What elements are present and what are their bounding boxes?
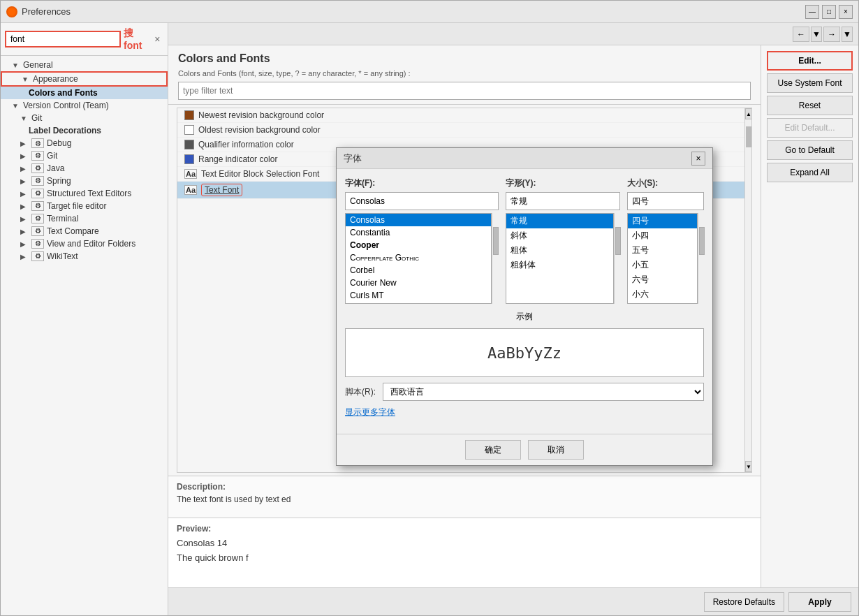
expand-arrow-text-compare: ▶ bbox=[20, 228, 29, 235]
top-toolbar: ← ▼ → ▼ bbox=[168, 23, 858, 45]
view-editor-folders-icon: ⚙ bbox=[31, 239, 44, 249]
font-face-item-consolas[interactable]: Consolas bbox=[346, 214, 491, 226]
edit-button[interactable]: Edit... bbox=[767, 51, 853, 71]
font-columns-row: 字体(F): Consolas Constantia Cooper Copper… bbox=[345, 177, 704, 304]
font-size-item-5[interactable]: 五号 bbox=[628, 243, 697, 258]
git-icon: ⚙ bbox=[31, 151, 44, 161]
filter-input[interactable] bbox=[178, 82, 751, 100]
apply-button[interactable]: Apply bbox=[788, 592, 851, 612]
font-style-item-bold[interactable]: 粗体 bbox=[506, 243, 613, 258]
sidebar-item-label-spring: Spring bbox=[47, 176, 71, 186]
font-face-item-courier-new[interactable]: Courier New bbox=[346, 277, 491, 289]
bottom-bar: Restore Defaults Apply bbox=[168, 587, 858, 615]
sidebar-item-view-editor-folders[interactable]: ▶ ⚙ View and Editor Folders bbox=[1, 237, 168, 250]
aa-icon-text-editor-block: Aa bbox=[184, 169, 197, 179]
sidebar-item-text-compare[interactable]: ▶ ⚙ Text Compare bbox=[1, 225, 168, 237]
font-face-item-corbel[interactable]: Corbel bbox=[346, 264, 491, 277]
sidebar-item-label-colors-and-fonts: Colors and Fonts bbox=[29, 88, 98, 98]
text-compare-icon: ⚙ bbox=[31, 226, 44, 236]
sidebar-item-label-git: Git bbox=[31, 113, 42, 123]
font-face-item-constantia[interactable]: Constantia bbox=[346, 226, 491, 239]
sidebar-item-version-control[interactable]: ▼ Version Control (Team) bbox=[1, 99, 168, 112]
font-style-item-italic[interactable]: 斜体 bbox=[506, 228, 613, 243]
font-size-item-6[interactable]: 六号 bbox=[628, 272, 697, 287]
sidebar-item-git[interactable]: ▼ Git bbox=[1, 112, 168, 124]
close-window-button[interactable]: × bbox=[839, 5, 853, 19]
scroll-up[interactable]: ▲ bbox=[745, 108, 752, 119]
description-text: The text font is used by text ed bbox=[177, 494, 752, 504]
expand-arrow-debug: ▶ bbox=[20, 140, 29, 147]
clear-search-button[interactable]: × bbox=[151, 32, 163, 46]
list-item-label-qualifier-info: Qualifier information color bbox=[198, 140, 294, 149]
font-size-item-small5[interactable]: 小五 bbox=[628, 258, 697, 272]
sidebar-item-wikitext[interactable]: ▶ ⚙ WikiText bbox=[1, 250, 168, 263]
font-face-item-cooper[interactable]: Cooper bbox=[346, 239, 491, 251]
sidebar-item-java[interactable]: ▶ ⚙ Java bbox=[1, 162, 168, 175]
maximize-button[interactable]: □ bbox=[822, 5, 836, 19]
edit-default-button[interactable]: Edit Default... bbox=[767, 118, 853, 138]
sidebar-item-colors-and-fonts[interactable]: Colors and Fonts bbox=[1, 87, 168, 99]
reset-button[interactable]: Reset bbox=[767, 96, 853, 115]
font-face-scrollbar-thumb[interactable] bbox=[493, 227, 499, 255]
minimize-button[interactable]: — bbox=[805, 5, 819, 19]
font-size-scrollbar-thumb[interactable] bbox=[699, 227, 705, 255]
dialog-title: 字体 bbox=[344, 152, 362, 165]
more-fonts-link[interactable]: 显示更多字体 bbox=[345, 406, 704, 418]
search-input[interactable] bbox=[5, 31, 121, 47]
scroll-down[interactable]: ▼ bbox=[745, 461, 752, 472]
list-item-oldest-revision[interactable]: Oldest revision background color bbox=[177, 123, 744, 138]
font-style-item-bold-italic[interactable]: 粗斜体 bbox=[506, 258, 613, 272]
expand-arrow-java: ▶ bbox=[20, 165, 29, 173]
font-style-list[interactable]: 常规 斜体 粗体 粗斜体 bbox=[506, 213, 614, 304]
list-item-newest-revision[interactable]: Newest revision background color bbox=[177, 108, 744, 123]
preview-section-label: 示例 bbox=[345, 311, 704, 323]
scroll-thumb[interactable] bbox=[746, 126, 751, 147]
sidebar-item-general[interactable]: ▼ General bbox=[1, 59, 168, 71]
dialog-close-button[interactable]: × bbox=[691, 152, 705, 166]
expand-arrow-structured-text: ▶ bbox=[20, 190, 29, 198]
font-size-list[interactable]: 四号 小四 五号 小五 六号 小六 七号 bbox=[627, 213, 698, 304]
sidebar-item-label-decorations[interactable]: Label Decorations bbox=[1, 124, 168, 137]
dialog-ok-button[interactable]: 确定 bbox=[465, 440, 521, 460]
use-system-font-button[interactable]: Use System Font bbox=[767, 73, 853, 93]
sidebar-item-label-general: General bbox=[23, 60, 53, 70]
restore-defaults-button[interactable]: Restore Defaults bbox=[704, 592, 784, 612]
font-dialog: 字体 × 字体(F): Consolas Constantia Cooper C… bbox=[336, 147, 713, 466]
expand-all-button[interactable]: Expand All bbox=[767, 163, 853, 182]
font-face-item-copperplate[interactable]: Copperplate Gothic bbox=[346, 251, 491, 264]
font-size-column: 大小(S): 四号 小四 五号 小五 六号 小六 七号 bbox=[627, 177, 704, 304]
forward-button[interactable]: → bbox=[823, 27, 840, 42]
font-style-input[interactable] bbox=[506, 192, 621, 210]
search-annotation: 搜font bbox=[124, 27, 148, 51]
sidebar-item-git2[interactable]: ▶ ⚙ Git bbox=[1, 149, 168, 162]
font-size-item-7[interactable]: 七号 bbox=[628, 302, 697, 304]
java-icon: ⚙ bbox=[31, 163, 44, 173]
back-dropdown[interactable]: ▼ bbox=[811, 27, 822, 42]
font-face-list[interactable]: Consolas Constantia Cooper Copperplate G… bbox=[345, 213, 492, 304]
forward-dropdown[interactable]: ▼ bbox=[842, 27, 853, 42]
sidebar-item-appearance[interactable]: ▼ Appearance bbox=[1, 71, 168, 87]
sidebar-item-spring[interactable]: ▶ ⚙ Spring bbox=[1, 175, 168, 187]
script-select[interactable]: 西欧语言 bbox=[383, 383, 704, 401]
list-item-label-range-indicator: Range indicator color bbox=[198, 154, 277, 164]
sidebar-item-terminal[interactable]: ▶ ⚙ Terminal bbox=[1, 212, 168, 225]
sidebar-item-debug[interactable]: ▶ ⚙ Debug bbox=[1, 137, 168, 149]
sidebar-item-target-file[interactable]: ▶ ⚙ Target file editor bbox=[1, 200, 168, 212]
sidebar-item-structured-text[interactable]: ▶ ⚙ Structured Text Editors bbox=[1, 187, 168, 200]
font-size-item-4[interactable]: 四号 bbox=[628, 214, 697, 228]
back-button[interactable]: ← bbox=[793, 27, 809, 42]
font-style-item-regular[interactable]: 常规 bbox=[506, 214, 613, 228]
preview-label: Preview: bbox=[177, 524, 752, 534]
font-style-scrollbar-thumb[interactable] bbox=[615, 227, 621, 255]
font-face-item-curls-mt[interactable]: Curls MT bbox=[346, 289, 491, 302]
font-face-input[interactable] bbox=[345, 192, 499, 210]
wikitext-icon: ⚙ bbox=[31, 251, 44, 261]
sidebar-item-label-view-editor-folders: View and Editor Folders bbox=[47, 239, 135, 249]
go-to-default-button[interactable]: Go to Default bbox=[767, 140, 853, 160]
sidebar-item-label-structured-text: Structured Text Editors bbox=[47, 189, 131, 198]
dialog-cancel-button[interactable]: 取消 bbox=[528, 440, 584, 460]
expand-arrow-terminal: ▶ bbox=[20, 215, 29, 223]
font-size-item-small4[interactable]: 小四 bbox=[628, 228, 697, 243]
font-size-input[interactable] bbox=[627, 192, 704, 210]
font-size-item-small6[interactable]: 小六 bbox=[628, 287, 697, 302]
